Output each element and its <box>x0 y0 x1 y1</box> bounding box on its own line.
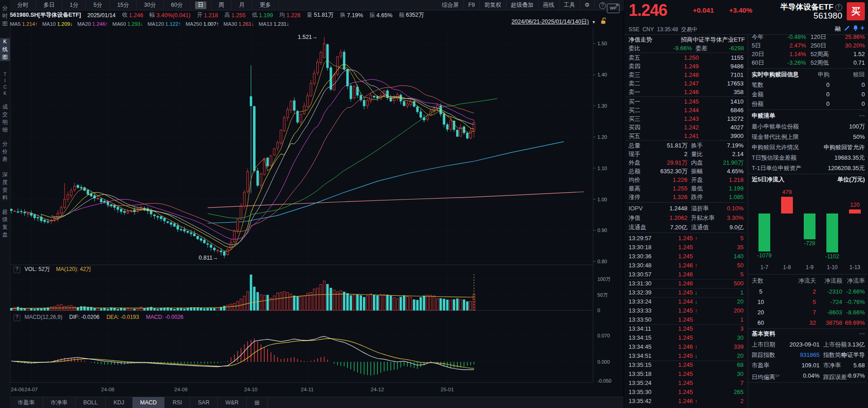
sidebar-item-fenjiabiao[interactable]: 分价表 <box>0 140 10 163</box>
stat-value: 29.91万 <box>651 158 687 167</box>
toolbar-item-工具[interactable]: 工具 <box>559 0 580 10</box>
tick-row: 13:35:301.245265 <box>624 388 748 397</box>
bid-row[interactable]: 买四1.2424027 <box>624 123 748 132</box>
tick-price: 1.245 <box>656 243 693 252</box>
tick-price: 1.245 <box>656 370 693 379</box>
help-icon[interactable]: ? <box>14 314 20 321</box>
perf-row: 20日1.14%52周高1.52 <box>748 50 868 58</box>
bid-row[interactable]: 买一1.2451410 <box>624 97 748 106</box>
add-indicator-icon[interactable]: ⊞ <box>247 397 268 408</box>
indicator-tab-市净率[interactable]: 市净率 <box>43 397 76 408</box>
ma-value-MA120: MA1201.122↑ <box>148 21 181 27</box>
ask-row[interactable]: 卖四1.2499486 <box>624 62 748 71</box>
help-icon[interactable]: ? <box>14 266 20 273</box>
indicator-tab-BOLL[interactable]: BOLL <box>76 397 106 408</box>
weicha-value: -6298 <box>701 44 744 52</box>
flow-bar <box>804 213 816 239</box>
period-tab-多日[interactable]: 多日 <box>36 0 62 10</box>
ma-value-MA13: MA131.231↓ <box>258 21 289 27</box>
level-volume: 1410 <box>692 97 744 106</box>
sidebar-item-tick[interactable]: TICK <box>0 71 10 97</box>
ask-row[interactable]: 卖一1.246358 <box>624 88 748 96</box>
period-tab-5分[interactable]: 5分 <box>86 0 110 10</box>
bid-row[interactable]: 买二1.2446846 <box>624 106 748 114</box>
field-value: 7.19% <box>347 12 363 19</box>
svg-text:25-01: 25-01 <box>441 387 454 392</box>
period-tab-1分[interactable]: 1分 <box>62 0 86 10</box>
unlock-icon[interactable] <box>600 18 606 24</box>
basic-row: 市盈率109.01市净率5.68 <box>748 361 868 370</box>
toolbar-item-F9[interactable]: F9 <box>464 0 480 10</box>
period-tab-分时[interactable]: 分时 <box>10 0 36 10</box>
period-tab-更多[interactable]: 更多 <box>253 0 279 10</box>
flow-col-header: 净流天 <box>780 277 816 285</box>
tick-volume: 7 <box>701 379 744 388</box>
tick-row: 13:30:571.2465 <box>624 270 748 279</box>
sidebar-item-shenduziliao[interactable]: 深度资料 <box>0 171 10 202</box>
flow-title: 近5日净流入 <box>752 175 815 184</box>
sidebar-item-fenshitu[interactable]: 分时图 <box>0 5 10 28</box>
period-tab-日[interactable]: 日 <box>191 0 211 10</box>
tick-arrow: ↓ <box>695 297 700 306</box>
divider <box>626 96 745 97</box>
date-range-selector[interactable]: 2024/06/21-2025/01/14(140日) ▼ <box>471 18 606 26</box>
tick-volume: 35 <box>701 243 744 252</box>
flow-bar-category: 1-9 <box>798 264 821 270</box>
period-tab-15分[interactable]: 15分 <box>110 0 137 10</box>
tick-arrow: ↓ <box>695 288 700 297</box>
stat-value2: 2.14 <box>701 150 744 158</box>
indicator-tab-SAR[interactable]: SAR <box>190 397 218 408</box>
ask-row[interactable]: 卖二1.24717653 <box>624 79 748 88</box>
quote-panel: 1.246 +0.041 +3.40% 半导体设备ETF ! 561980 买 … <box>624 0 868 408</box>
svg-text:0: 0 <box>597 308 600 313</box>
tick-row: 13:29:571.245↑5 <box>624 234 748 243</box>
flow-bar-category: 1-8 <box>776 264 798 270</box>
toolbar-item-综合屏[interactable]: 综合屏 <box>437 0 464 10</box>
toolbar-item-前复权[interactable]: 前复权 <box>480 0 506 10</box>
kline-chart[interactable]: 1.501.401.301.201.101.000.900.80100万50万0… <box>10 28 624 397</box>
chevron-down-icon[interactable]: ▼ <box>592 20 596 24</box>
rt-label: 份额 <box>752 99 788 109</box>
tick-row: 13:35:421.246↑2 <box>624 397 748 406</box>
bid-row[interactable]: 买五1.2413900 <box>624 132 748 140</box>
svg-text:1.30: 1.30 <box>597 103 607 109</box>
ask-row[interactable]: 卖五1.2501155 <box>624 53 748 62</box>
period-tab-月[interactable]: 月 <box>232 0 253 10</box>
stat-row: 均价1.226开盘1.218 <box>624 176 748 184</box>
stat-value: 6352.30万 <box>651 167 687 176</box>
sidebar-item-kxiantu[interactable]: K线图 <box>0 38 10 61</box>
indicator-tab-MACD[interactable]: MACD <box>133 397 165 408</box>
sidebar-item-chengjiaomingxi[interactable]: 成交明细 <box>0 103 10 134</box>
tick-price: 1.245 <box>656 333 693 342</box>
period-tab-60分[interactable]: 60分 <box>164 0 191 10</box>
level-volume: 9486 <box>692 62 744 71</box>
rt-subscribe: 0 <box>802 99 830 109</box>
dif-label: DIF: <box>69 314 80 320</box>
indicator-tab-KDJ[interactable]: KDJ <box>106 397 133 408</box>
stat-value: 1.326 <box>651 193 687 201</box>
wp-window-icon[interactable]: WP <box>607 4 620 13</box>
indicator-tab-市盈率[interactable]: 市盈率 <box>10 397 43 408</box>
gear-icon[interactable]: ⚙ <box>580 0 595 10</box>
list-row: T-1日单位申赎资产1206208.35元 <box>748 163 868 173</box>
indicator-tab-RSI[interactable]: RSI <box>165 397 190 408</box>
vol-label: VOL: <box>24 266 37 272</box>
field-value: 4.65% <box>377 12 392 19</box>
period-tab-周[interactable]: 周 <box>211 0 232 10</box>
list-row: 申购赎回允许情况申购赎回皆允许 <box>748 142 868 152</box>
tick-volume: 20 <box>701 351 744 361</box>
ask-row[interactable]: 卖三1.2487101 <box>624 71 748 79</box>
sidebar-item-chaojifupan[interactable]: 超级复盘 <box>0 208 10 239</box>
left-sidebar: 分时图K线图TICK成交明细分价表深度资料超级复盘 <box>0 0 10 408</box>
flow-cell: 2 <box>780 287 816 296</box>
bid-row[interactable]: 买三1.24313272 <box>624 114 748 123</box>
period-tab-30分[interactable]: 30分 <box>137 0 163 10</box>
toolbar-item-画线[interactable]: 画线 <box>539 0 559 10</box>
tick-volume: 20 <box>701 297 744 306</box>
flow-cell: 7 <box>780 308 816 317</box>
svg-text:0.80: 0.80 <box>597 259 607 264</box>
stat-row: IOPV1.2448溢折率0.10% <box>624 204 748 213</box>
stat-row: 总量51.81万换手7.19% <box>624 141 748 150</box>
toolbar-item-超级叠加[interactable]: 超级叠加 <box>506 0 539 10</box>
indicator-tab-W&R[interactable]: W&R <box>218 397 247 408</box>
